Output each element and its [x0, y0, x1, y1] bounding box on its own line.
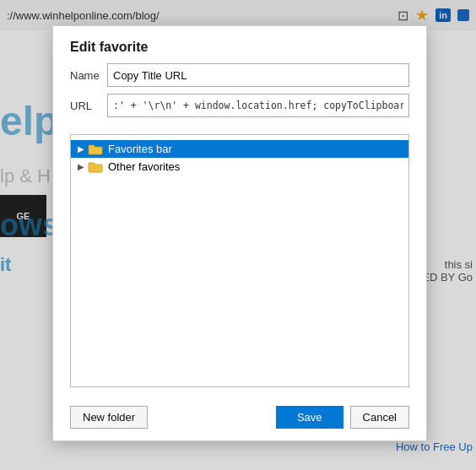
name-input[interactable]: [107, 63, 409, 87]
other-favorites-item[interactable]: ▶ Other favorites: [71, 158, 408, 176]
favorites-bar-item[interactable]: ▶ Favorites bar: [71, 140, 408, 158]
favorites-bar-arrow: ▶: [78, 144, 84, 154]
favorites-bar-folder-icon: [88, 143, 103, 155]
url-field-row: URL: [70, 94, 409, 117]
edit-favorite-dialog: Edit favorite Name URL ▶ Favorites bar ▶: [52, 25, 427, 441]
url-input[interactable]: [107, 94, 409, 117]
other-favorites-folder-icon: [88, 161, 103, 173]
url-label: URL: [70, 100, 107, 112]
dialog-footer: New folder Save Cancel: [53, 397, 426, 440]
folder-tree[interactable]: ▶ Favorites bar ▶ Other favorites: [70, 134, 409, 387]
other-favorites-arrow: ▶: [78, 162, 84, 171]
name-field-row: Name: [70, 63, 409, 87]
favorites-bar-label: Favorites bar: [108, 143, 172, 155]
dialog-title: Edit favorite: [53, 26, 426, 63]
new-folder-button[interactable]: New folder: [70, 406, 148, 429]
cancel-button[interactable]: Cancel: [350, 406, 409, 429]
dialog-body: Name URL: [53, 63, 426, 134]
name-label: Name: [70, 69, 107, 82]
save-button[interactable]: Save: [276, 406, 343, 429]
other-favorites-label: Other favorites: [108, 160, 180, 173]
